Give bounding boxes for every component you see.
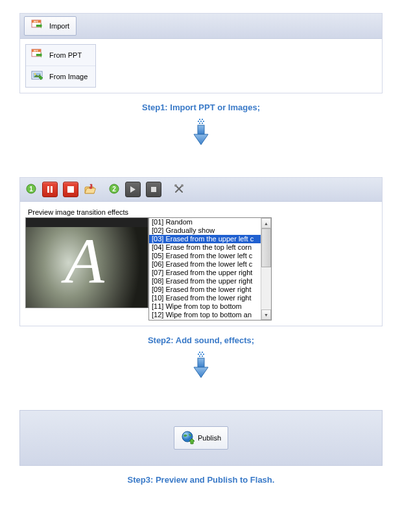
effects-panel: 1 2 [19,177,383,326]
effect-item[interactable]: [05] Erased from the lower left c [149,252,271,260]
svg-marker-20 [194,134,208,145]
svg-point-31 [181,184,183,187]
effect-item[interactable]: [09] Erased from the lower right [149,285,271,294]
svg-rect-34 [198,354,199,355]
svg-rect-38 [202,356,203,357]
preview-title: Preview image transition effects [25,207,148,217]
svg-text:PPT: PPT [34,50,39,53]
effect-item[interactable]: [06] Erased from the lower left c [149,260,271,269]
effects-scrollbar[interactable]: ▲ ▼ [261,218,271,320]
step3-caption: Step3: Preview and Publish to Flash. [19,475,383,485]
globe-publish-icon [181,430,195,446]
import-menu: PPT From PPT [25,44,96,88]
effects-toolbar: 1 2 [20,178,382,202]
svg-rect-14 [198,121,199,122]
svg-rect-23 [47,186,49,193]
svg-rect-11 [39,77,43,79]
effect-item[interactable]: [04] Erase from the top left corn [149,243,271,252]
stop-button[interactable] [63,182,78,197]
import-button-label: Import [49,22,69,30]
scroll-up-button[interactable]: ▲ [261,218,271,228]
svg-rect-33 [202,352,203,353]
image-icon [31,70,45,83]
help-2-icon[interactable]: 2 [108,183,120,196]
scroll-thumb[interactable] [261,228,271,267]
effects-body: Preview image transition effects A [01] … [20,202,382,326]
publish-button-label: Publish [198,434,221,442]
svg-rect-35 [200,354,202,355]
ppt-icon: PPT [31,49,45,62]
stop2-button[interactable] [146,182,161,197]
preview-letter: A [65,224,104,298]
preview-box: Preview image transition effects A [25,207,148,320]
publish-panel: Publish [19,410,383,466]
scroll-down-button[interactable]: ▼ [261,309,271,320]
svg-rect-18 [202,123,203,124]
svg-point-30 [174,184,177,187]
ppt-import-icon: PPT [31,19,45,32]
arrow-down-1 [19,117,383,151]
svg-rect-16 [203,121,204,122]
svg-marker-40 [194,367,208,378]
svg-rect-36 [203,354,204,355]
arrow-down-2 [19,350,383,384]
menu-item-from-image[interactable]: From Image [26,66,95,87]
svg-rect-24 [51,186,53,193]
open-sound-icon[interactable] [84,183,97,196]
svg-text:2: 2 [112,186,116,193]
settings-icon[interactable] [173,183,185,196]
svg-marker-28 [130,186,136,193]
svg-rect-13 [202,119,203,120]
play-button[interactable] [125,182,141,197]
effect-item[interactable]: [12] Wipe from top to bottom an [149,311,271,319]
svg-rect-12 [199,119,200,120]
import-panel: PPT Import PPT [19,13,383,93]
menu-item-from-ppt[interactable]: PPT From PPT [26,45,95,66]
step2-caption: Step2: Add sound, effects; [19,335,383,345]
menu-item-label: From Image [49,73,88,80]
svg-point-8 [34,73,36,75]
pause-button[interactable] [42,182,58,197]
arrow-down-icon [191,117,211,150]
svg-rect-32 [199,352,200,353]
svg-rect-37 [199,356,200,357]
effect-item[interactable]: [11] Wipe from top to bottom [149,302,271,311]
effect-item[interactable]: [02] Gradually show [149,226,271,235]
svg-rect-17 [199,123,200,124]
effect-item[interactable]: [10] Erased from the lower right [149,294,271,302]
effect-item[interactable]: [08] Erased from the upper right [149,277,271,285]
svg-rect-19 [198,125,204,134]
arrow-down-icon [191,350,211,383]
effect-item[interactable]: [07] Erased from the upper right [149,269,271,277]
svg-rect-25 [67,186,74,193]
svg-text:1: 1 [29,186,33,193]
step1-caption: Step1: Import PPT or Images; [19,103,383,112]
svg-rect-39 [198,358,204,367]
import-button[interactable]: PPT Import [24,16,77,36]
effects-list[interactable]: [01] Random[02] Gradually show[03] Erase… [148,217,272,320]
publish-button[interactable]: Publish [174,426,228,450]
import-panel-body: PPT From PPT [20,39,382,93]
menu-item-label: From PPT [49,51,82,59]
svg-rect-15 [200,121,202,122]
help-1-icon[interactable]: 1 [25,183,37,196]
effect-item[interactable]: [03] Erased from the upper left c [149,235,271,243]
svg-text:PPT: PPT [34,21,39,23]
effect-item[interactable]: [01] Random [149,218,271,226]
svg-rect-29 [151,187,156,192]
preview-image: A [25,217,148,308]
import-panel-header: PPT Import [20,14,382,39]
